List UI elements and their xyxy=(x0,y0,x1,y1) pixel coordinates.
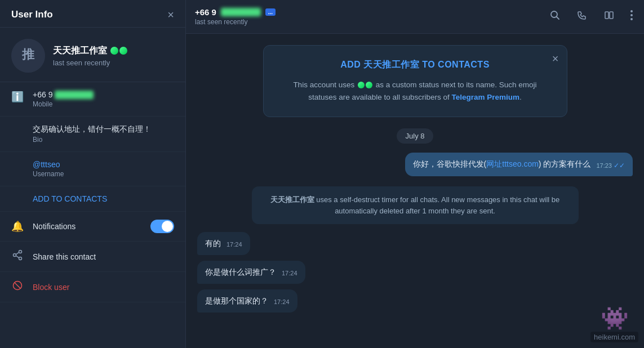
notifications-label: Notifications xyxy=(33,222,141,231)
date-pill: July 8 xyxy=(397,128,434,144)
message-text-2: 有的 xyxy=(205,239,221,248)
read-ticks: ✓✓ xyxy=(614,162,625,169)
bio-value: 交易确认地址，错付一概不自理！ xyxy=(33,124,174,135)
svg-point-15 xyxy=(630,18,633,20)
panel-header: User Info × xyxy=(0,0,185,28)
date-divider: July 8 xyxy=(197,128,633,144)
message-time-4: 17:24 xyxy=(274,297,290,307)
chat-phone-prefix: +66 9 xyxy=(195,7,216,17)
phone-value: +66 9 XXXXXXX xyxy=(33,90,174,99)
phone-call-button[interactable] xyxy=(574,7,590,26)
chat-panel: +66 9 XXXXXXX ... last seen recently xyxy=(186,0,644,348)
chat-header: +66 9 XXXXXXX ... last seen recently xyxy=(186,0,644,34)
svg-point-13 xyxy=(630,10,633,12)
message-row-incoming-1: 有的 17:24 xyxy=(197,232,633,255)
link-tttseo: 网址tttseo.com xyxy=(486,159,539,168)
phone-row: ℹ️ +66 9 XXXXXXX Mobile xyxy=(0,82,185,117)
telegram-premium-link[interactable]: Telegram Premium xyxy=(452,93,520,101)
svg-text:推: 推 xyxy=(21,47,35,61)
svg-rect-12 xyxy=(610,12,613,19)
bio-content: 交易确认地址，错付一概不自理！ Bio xyxy=(33,124,174,144)
user-name-row: 天天推工作室 xyxy=(53,45,127,57)
chat-status: last seen recently xyxy=(195,18,547,26)
messages-container: 你好，谷歌快排代发(网址tttseo.com) 的方案有什么 17:23 ✓✓ … xyxy=(197,153,633,315)
verified-badge: ... xyxy=(265,8,276,16)
more-options-button[interactable] xyxy=(628,8,635,25)
message-row-outgoing: 你好，谷歌快排代发(网址tttseo.com) 的方案有什么 17:23 ✓✓ xyxy=(197,153,633,176)
message-row-incoming-3: 是做那个国家的？ 17:24 xyxy=(197,289,633,313)
user-info-panel: User Info × 推 天天推工作室 last seen recently … xyxy=(0,0,186,348)
chat-phone-blurred: XXXXXXX xyxy=(221,8,261,16)
message-text-1: 你好，谷歌快排代发(网址tttseo.com) 的方案有什么 xyxy=(413,159,591,168)
bio-label: Bio xyxy=(33,136,174,144)
user-last-seen: last seen recently xyxy=(53,59,127,67)
block-icon xyxy=(11,280,24,294)
username-content: @tttseo Username xyxy=(33,160,174,178)
svg-point-14 xyxy=(630,14,633,16)
message-bubble-incoming-1: 有的 17:24 xyxy=(197,232,250,255)
message-time-2: 17:24 xyxy=(226,240,242,249)
svg-line-5 xyxy=(16,252,19,255)
svg-line-8 xyxy=(15,283,21,289)
close-panel-button[interactable]: × xyxy=(167,9,174,20)
message-row-incoming-2: 你是做什么词推广？ 17:24 xyxy=(197,261,633,284)
user-name: 天天推工作室 xyxy=(53,45,107,57)
svg-line-10 xyxy=(557,17,559,20)
message-time-3: 17:24 xyxy=(282,269,297,278)
modal-body-before: This account uses xyxy=(293,81,354,89)
modal-close-button[interactable]: × xyxy=(552,52,559,65)
block-user-item[interactable]: Block user xyxy=(0,272,185,302)
user-info: 天天推工作室 last seen recently xyxy=(53,45,127,67)
message-text-3: 你是做什么词推广？ xyxy=(205,267,276,276)
emoji-dot-2 xyxy=(119,47,127,55)
bio-row: 交易确认地址，错付一概不自理！ Bio xyxy=(0,117,185,152)
modal-em-dot-2 xyxy=(366,82,372,88)
svg-rect-11 xyxy=(605,12,609,19)
watermark-site: heikemi.com xyxy=(590,332,638,342)
add-to-contacts-button[interactable]: ADD TO CONTACTS xyxy=(0,186,185,212)
share-icon xyxy=(11,249,24,264)
svg-line-6 xyxy=(16,256,19,258)
block-label: Block user xyxy=(33,283,69,292)
info-circle-icon: ℹ️ xyxy=(11,91,24,103)
modal-emoji-status xyxy=(358,82,372,88)
message-time-1: 17:23 ✓✓ xyxy=(596,160,625,171)
info-rows: ℹ️ +66 9 XXXXXXX Mobile 交易确认地址，错付一概不自理！ … xyxy=(0,82,185,186)
message-bubble-incoming-2: 你是做什么词推广？ 17:24 xyxy=(197,261,305,284)
modal-body-after: . xyxy=(519,93,522,101)
panel-title: User Info xyxy=(11,9,53,20)
add-contacts-modal: ADD 天天推工作室 TO CONTACTS × This account us… xyxy=(263,45,567,117)
phone-blurred: XXXXXXX xyxy=(55,91,94,99)
svg-point-3 xyxy=(14,254,16,257)
chat-header-info: +66 9 XXXXXXX ... last seen recently xyxy=(195,7,547,26)
message-bubble-incoming-3: 是做那个国家的？ 17:24 xyxy=(197,289,297,313)
status-emoji xyxy=(110,47,127,55)
user-profile-section: 推 天天推工作室 last seen recently xyxy=(0,28,185,82)
svg-point-4 xyxy=(19,257,22,260)
self-destruct-text: 天天推工作室 uses a self-destruct timer for al… xyxy=(270,195,560,215)
username-value[interactable]: @tttseo xyxy=(33,160,174,169)
message-text-4: 是做那个国家的？ xyxy=(205,296,268,305)
share-contact-item[interactable]: Share this contact xyxy=(0,242,185,272)
phone-label: Mobile xyxy=(33,100,174,108)
username-label: Username xyxy=(33,170,174,178)
phone-prefix: +66 9 xyxy=(33,90,52,99)
watermark-logo: 👾 xyxy=(590,305,638,332)
chat-area[interactable]: ADD 天天推工作室 TO CONTACTS × This account us… xyxy=(186,34,644,348)
modal-em-dot-1 xyxy=(358,82,365,88)
username-row: @tttseo Username xyxy=(0,152,185,186)
watermark: 👾 heikemi.com xyxy=(590,305,638,342)
message-bubble-outgoing: 你好，谷歌快排代发(网址tttseo.com) 的方案有什么 17:23 ✓✓ xyxy=(405,153,633,176)
chat-name: +66 9 XXXXXXX ... xyxy=(195,7,547,17)
header-actions xyxy=(547,7,635,26)
bell-icon: 🔔 xyxy=(11,220,24,233)
notifications-row: 🔔 Notifications xyxy=(0,212,185,242)
notifications-toggle[interactable] xyxy=(150,220,174,233)
search-button[interactable] xyxy=(547,7,563,26)
avatar: 推 xyxy=(11,39,45,73)
emoji-dot-1 xyxy=(110,47,118,55)
modal-body: This account uses as a custom status nex… xyxy=(282,79,549,103)
modal-title: ADD 天天推工作室 TO CONTACTS xyxy=(282,59,549,71)
columns-button[interactable] xyxy=(601,7,617,26)
share-label: Share this contact xyxy=(33,252,96,261)
